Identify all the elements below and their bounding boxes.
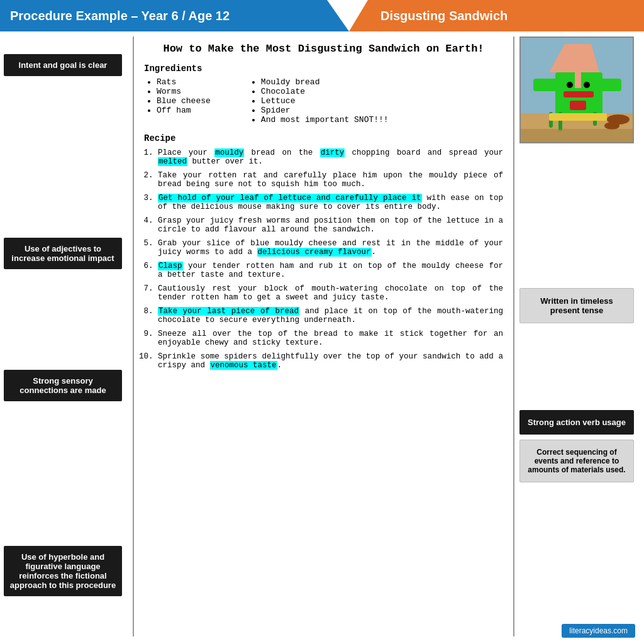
highlight-dirty: dirty (320, 148, 345, 157)
ingredient-5: Mouldy bread (261, 77, 389, 87)
svg-point-14 (604, 122, 619, 130)
header-divider (327, 0, 349, 31)
annotation-action: Strong action verb usage (519, 410, 634, 435)
step-5: Grab your slice of blue mouldy cheese an… (158, 239, 503, 257)
highlight-mouldy: mouldy (214, 148, 244, 157)
doc-title: How to Make the Most Disgusting Sandwich… (144, 43, 503, 55)
header-right: Disgusting Sandwich (349, 0, 644, 31)
ingredient-9: And most important SNOT!!! (261, 115, 389, 125)
annotation-adjectives-box: Use of adjectives to increase emotional … (4, 238, 122, 269)
annotation-adjectives: Use of adjectives to increase emotional … (4, 238, 122, 269)
header-subtitle: Disgusting Sandwich (362, 9, 508, 23)
svg-point-8 (567, 82, 573, 88)
recipe-heading: Recipe (144, 133, 503, 143)
annotation-hyperbole: Use of hyperbole and figurative language… (4, 546, 122, 596)
center-content: How to Make the Most Disgusting Sandwich… (133, 36, 514, 636)
ingredient-1: Rats (157, 77, 211, 87)
ingredients-col2: Mouldy bread Chocolate Lettuce Spider An… (248, 77, 389, 125)
annotation-sensory: Strong sensory connections are made (4, 370, 122, 401)
left-column: Intent and goal is clear Use of adjectiv… (4, 36, 133, 636)
annotation-intent-box: Intent and goal is clear (4, 54, 122, 76)
header: Procedure Example – Year 6 / Age 12 Disg… (0, 0, 644, 31)
right-spacer-2 (519, 328, 640, 410)
step-1: Place your mouldy bread on the dirty cho… (158, 148, 503, 166)
step-8: Take your last piece of bread and place … (158, 307, 503, 325)
main-body: Intent and goal is clear Use of adjectiv… (0, 31, 644, 641)
ingredient-3: Blue cheese (157, 96, 211, 106)
ingredients-heading: Ingredients (144, 64, 503, 74)
step-7: Cautiously rest your block of mouth-wate… (158, 284, 503, 302)
step-3: Get hold of your leaf of lettuce and car… (158, 194, 503, 211)
svg-point-9 (584, 82, 590, 88)
ingredients-grid: Rats Worms Blue cheese Off ham Mouldy br… (144, 77, 503, 125)
sandwich-image (519, 36, 634, 143)
footer-watermark: literacyideas.com (562, 624, 635, 638)
svg-rect-3 (533, 79, 558, 91)
annotation-sensory-box: Strong sensory connections are made (4, 370, 122, 401)
recipe-list: Place your mouldy bread on the dirty cho… (144, 148, 503, 370)
svg-rect-7 (564, 91, 594, 97)
step-6: Clasp your tender rotten ham and rub it … (158, 262, 503, 279)
annotation-intent: Intent and goal is clear (4, 54, 122, 76)
highlight-melted: melted (158, 157, 187, 166)
right-spacer-1 (519, 143, 640, 288)
svg-rect-16 (549, 113, 607, 121)
svg-rect-4 (596, 79, 621, 91)
ingredient-8: Spider (261, 106, 389, 115)
svg-rect-17 (521, 129, 634, 143)
svg-rect-6 (575, 72, 581, 88)
annotation-hyperbole-box: Use of hyperbole and figurative language… (4, 546, 122, 596)
highlight-last-bread: Take your last piece of bread (158, 307, 299, 316)
step-4: Grasp your juicy fresh worms and positio… (158, 216, 503, 234)
header-title: Procedure Example – Year 6 / Age 12 (10, 9, 230, 23)
highlight-venomous: venomous taste (210, 361, 277, 370)
highlight-clasp: Clasp (158, 262, 183, 270)
annotation-sequence: Correct sequencing of events and referen… (519, 440, 634, 482)
highlight-get-hold: Get hold of your leaf of lettuce and car… (158, 194, 422, 203)
ingredient-6: Chocolate (261, 87, 389, 96)
ingredient-7: Lettuce (261, 96, 389, 106)
ingredient-2: Worms (157, 87, 211, 96)
header-left: Procedure Example – Year 6 / Age 12 (0, 0, 327, 31)
right-column: Written in timeless present tense Strong… (514, 36, 640, 636)
step-10: Sprinkle some spiders delightfully over … (158, 352, 503, 370)
sandwich-illustration (521, 38, 634, 143)
ingredient-4: Off ham (157, 106, 211, 115)
annotation-timeless: Written in timeless present tense (519, 288, 634, 323)
highlight-delicious: delicious creamy flavour (257, 248, 372, 257)
ingredients-col1: Rats Worms Blue cheese Off ham (144, 77, 211, 125)
step-2: Take your rotten rat and carefully place… (158, 171, 503, 189)
step-9: Sneeze all over the top of the bread to … (158, 330, 503, 347)
svg-rect-15 (570, 101, 586, 110)
